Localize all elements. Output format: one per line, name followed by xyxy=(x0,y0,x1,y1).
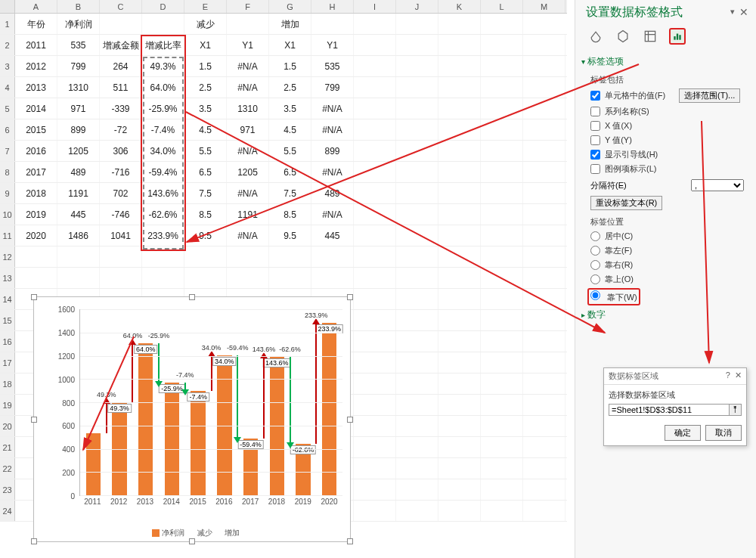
cell[interactable]: 5.5 xyxy=(184,141,227,161)
opt-cell-value[interactable]: 单元格中的值(F) 选择范围(T)... xyxy=(590,88,748,103)
separator-select[interactable]: , xyxy=(691,179,744,191)
cell[interactable]: 2020 xyxy=(15,225,57,246)
cell[interactable]: Y1 xyxy=(227,35,269,55)
cell[interactable]: 445 xyxy=(311,225,354,246)
cell[interactable]: 799 xyxy=(311,77,354,98)
cell[interactable]: 2.5 xyxy=(269,77,311,98)
reset-label-button[interactable]: 重设标签文本(R) xyxy=(590,196,662,210)
cell[interactable]: 1.5 xyxy=(184,56,227,76)
cell[interactable]: -59.4% xyxy=(142,162,184,182)
cancel-button[interactable]: 取消 xyxy=(705,425,742,441)
chart-handle[interactable] xyxy=(347,294,353,300)
range-picker-icon[interactable]: ⭱ xyxy=(730,404,742,416)
cell[interactable]: 233.9% xyxy=(142,225,184,246)
col-header-k[interactable]: K xyxy=(438,0,481,13)
cell[interactable]: #N/A xyxy=(311,119,354,140)
cell[interactable]: 971 xyxy=(227,119,269,140)
cell[interactable]: 489 xyxy=(57,162,100,182)
cell[interactable]: 1191 xyxy=(57,183,100,203)
size-icon[interactable] xyxy=(642,28,658,45)
range-input[interactable] xyxy=(609,404,730,416)
pos-right[interactable]: 靠右(R) xyxy=(590,259,748,271)
opt-legend-key[interactable]: 图例项标示(L) xyxy=(590,163,748,175)
col-header-m[interactable]: M xyxy=(523,0,565,13)
cell[interactable]: 9.5 xyxy=(184,225,227,246)
cell[interactable]: 1310 xyxy=(57,77,100,98)
cell[interactable]: 1.5 xyxy=(269,56,311,76)
opt-y-value[interactable]: Y 值(Y) xyxy=(590,135,748,146)
cell[interactable]: 2012 xyxy=(15,56,57,76)
select-all-corner[interactable] xyxy=(0,0,15,13)
cell[interactable]: #N/A xyxy=(227,56,269,76)
cell[interactable]: 799 xyxy=(57,56,100,76)
col-header-d[interactable]: D xyxy=(142,0,184,13)
chart-handle[interactable] xyxy=(347,417,353,423)
cell[interactable]: 6.5 xyxy=(184,162,227,182)
cell[interactable]: 增减比率 xyxy=(142,35,184,55)
chart-handle[interactable] xyxy=(31,294,37,300)
cell[interactable]: 49.3% xyxy=(142,56,184,76)
cell[interactable]: 8.5 xyxy=(269,204,311,225)
cell[interactable]: -7.4% xyxy=(142,119,184,140)
col-header-f[interactable]: F xyxy=(227,0,269,13)
chart-handle[interactable] xyxy=(189,294,195,300)
cell[interactable]: #N/A xyxy=(227,77,269,98)
cell[interactable]: 1205 xyxy=(227,162,269,182)
cell[interactable]: 899 xyxy=(311,141,354,161)
cell[interactable]: 143.6% xyxy=(142,183,184,203)
cell[interactable]: 445 xyxy=(57,204,100,225)
col-header-j[interactable]: J xyxy=(396,0,438,13)
chart-handle[interactable] xyxy=(347,538,353,544)
pos-below[interactable]: 靠下(W) xyxy=(587,288,748,305)
section-number[interactable]: 数字 xyxy=(581,308,748,321)
cell[interactable]: 34.0% xyxy=(142,141,184,161)
chart-handle[interactable] xyxy=(31,417,37,423)
section-label-options[interactable]: 标签选项 xyxy=(581,55,748,68)
col-header-g[interactable]: G xyxy=(269,0,311,13)
cell[interactable]: #N/A xyxy=(311,204,354,225)
cell[interactable]: -25.9% xyxy=(142,98,184,119)
col-header-i[interactable]: I xyxy=(354,0,396,13)
cell[interactable]: 899 xyxy=(57,119,100,140)
cell[interactable]: 5.5 xyxy=(269,141,311,161)
fill-icon[interactable] xyxy=(587,28,604,45)
cell[interactable]: -746 xyxy=(100,204,142,225)
data-label-range-dialog[interactable]: 数据标签区域 ? ✕ 选择数据标签区域 ⭱ 确定 取消 xyxy=(603,367,747,446)
cell[interactable]: 1486 xyxy=(57,225,100,246)
cell[interactable]: 489 xyxy=(311,183,354,203)
col-header-a[interactable]: A xyxy=(15,0,57,13)
cell[interactable]: 6.5 xyxy=(269,162,311,182)
select-range-button[interactable]: 选择范围(T)... xyxy=(679,88,740,103)
cell[interactable]: 2016 xyxy=(15,141,57,161)
pos-left[interactable]: 靠左(F) xyxy=(590,245,748,256)
cell[interactable]: 4.5 xyxy=(269,119,311,140)
spreadsheet[interactable]: A B C D E F G H I J K L M 1年份净利润减少增加2201… xyxy=(0,0,567,558)
cell[interactable]: 264 xyxy=(100,56,142,76)
cell[interactable]: 2019 xyxy=(15,204,57,225)
cell[interactable]: -62.6% xyxy=(142,204,184,225)
chart-handle[interactable] xyxy=(189,538,195,544)
cell[interactable]: 1310 xyxy=(227,98,269,119)
effects-icon[interactable] xyxy=(615,28,631,45)
cell[interactable]: #N/A xyxy=(227,183,269,203)
cell[interactable]: Y1 xyxy=(311,35,354,55)
close-icon[interactable]: ✕ xyxy=(739,6,748,18)
cell[interactable]: -716 xyxy=(100,162,142,182)
opt-x-value[interactable]: X 值(X) xyxy=(590,120,748,132)
cell[interactable]: 1205 xyxy=(57,141,100,161)
cell[interactable]: 1191 xyxy=(227,204,269,225)
cell[interactable]: 2017 xyxy=(15,162,57,182)
cell[interactable]: #N/A xyxy=(311,98,354,119)
cell[interactable]: 971 xyxy=(57,98,100,119)
cell[interactable]: 3.5 xyxy=(184,98,227,119)
cell[interactable]: 2015 xyxy=(15,119,57,140)
cell[interactable]: #N/A xyxy=(227,141,269,161)
cell[interactable]: X1 xyxy=(184,35,227,55)
cell[interactable]: 2.5 xyxy=(184,77,227,98)
cell[interactable]: 535 xyxy=(57,35,100,55)
chart-handle[interactable] xyxy=(31,538,37,544)
cell[interactable]: 4.5 xyxy=(184,119,227,140)
cell[interactable]: 511 xyxy=(100,77,142,98)
cell[interactable]: 535 xyxy=(311,56,354,76)
cell[interactable]: -72 xyxy=(100,119,142,140)
